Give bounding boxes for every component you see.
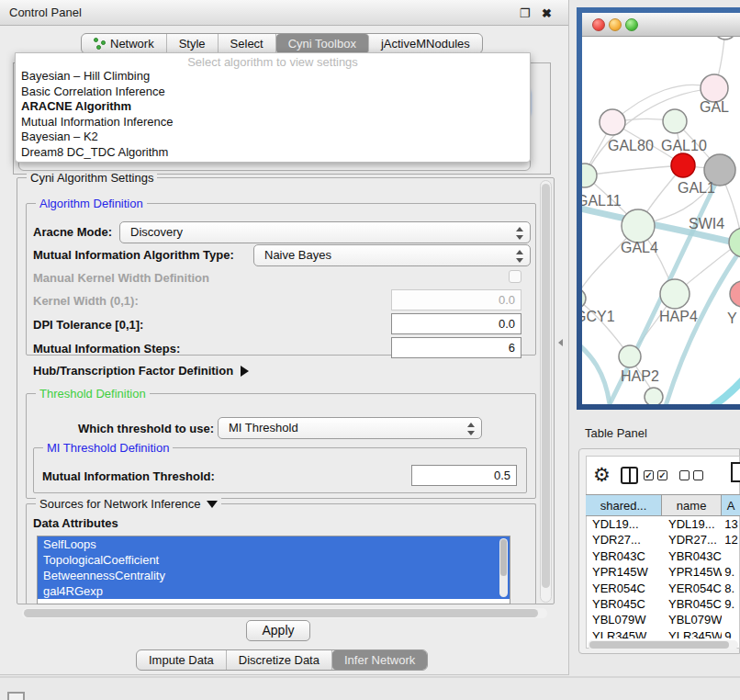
select-all-checkbox-icon[interactable]: ✓ [644, 470, 654, 480]
mi-threshold-field[interactable]: 0.5 [411, 465, 517, 486]
show-columns-icon[interactable] [621, 467, 638, 484]
panel-title: Control Panel [9, 6, 82, 19]
algorithm-option-aracne[interactable]: ARACNE Algorithm [16, 99, 530, 115]
label-gal-partial: GAL [700, 99, 729, 115]
node-gal1 [671, 153, 695, 177]
table-row[interactable]: YPR145WYPR145W9. [586, 564, 740, 580]
settings-vertical-scrollbar[interactable] [540, 180, 552, 603]
control-panel-titlebar: Control Panel ❐ ✖ [0, 0, 568, 26]
hub-definition-expander[interactable]: Hub/Transcription Factor Definition [33, 364, 249, 378]
algorithm-option-mutual-information[interactable]: Mutual Information Inference [16, 115, 530, 130]
tab-style[interactable]: Style [167, 34, 219, 53]
network-window-titlebar[interactable] [582, 13, 740, 37]
table-header-row: shared... name A [586, 494, 740, 516]
tab-jactivemnodules[interactable]: jActiveMNodules [369, 34, 482, 53]
table-row[interactable]: YDR27...YDR27...12 [586, 532, 740, 548]
attribute-item-selfloops[interactable]: SelfLoops [38, 536, 510, 552]
threshold-definition-title: Threshold Definition [36, 387, 150, 401]
minimize-window-icon[interactable] [609, 18, 622, 31]
algorithm-option-bayesian-k2[interactable]: Bayesian – K2 [16, 130, 530, 145]
label-gal80: GAL80 [608, 138, 654, 153]
split-pane-collapse-arrow-icon[interactable] [558, 339, 563, 346]
mi-type-label: Mutual Information Algorithm Type: [33, 248, 234, 262]
attribute-item-gal4rgexp[interactable]: gal4RGexp [38, 583, 510, 599]
kernel-width-label: Kernel Width (0,1): [33, 294, 139, 308]
table-row[interactable]: YER054CYER054C8. [586, 581, 740, 596]
tab-discretize-data[interactable]: Discretize Data [227, 650, 332, 670]
table-row[interactable]: YDL19...YDL19...13 [586, 516, 740, 532]
aracne-mode-combo[interactable]: Discovery [119, 221, 531, 243]
combo-stepper-icon [466, 422, 475, 436]
control-panel: Control Panel ❐ ✖ Network Style Select C… [0, 0, 569, 675]
tab-cyni-toolbox[interactable]: Cyni Toolbox [276, 34, 369, 53]
network-icon [94, 38, 106, 50]
deselect-all-checkbox-icon[interactable] [693, 470, 703, 480]
node-y-partial [730, 281, 740, 307]
node-hap4 [660, 279, 690, 309]
combo-stepper-icon [515, 249, 523, 264]
manual-kernel-checkbox[interactable] [509, 270, 521, 283]
deselect-all-checkbox-icon[interactable] [679, 470, 690, 480]
mi-threshold-label: Mutual Information Threshold: [42, 469, 215, 483]
node-gal80 [600, 109, 625, 135]
tab-network[interactable]: Network [82, 34, 167, 53]
panel-bottom-divider [0, 676, 740, 678]
column-header-name[interactable]: name [662, 495, 722, 515]
sources-title[interactable]: Sources for Network Inference [36, 497, 221, 511]
minimized-panel-icon[interactable] [7, 692, 25, 700]
node-gal-partial [701, 74, 728, 102]
column-header-shared-name[interactable]: shared... [586, 495, 662, 515]
network-view-canvas[interactable]: GAL GAL80 GAL10 GAL1 GAL11 SWI4 GAL4 GCY… [582, 37, 740, 404]
close-window-icon[interactable] [592, 18, 605, 31]
mi-steps-field[interactable]: 6 [391, 337, 521, 358]
label-hap2: HAP2 [621, 368, 659, 384]
table-horizontal-scrollbar[interactable] [588, 640, 738, 649]
algorithm-definition-title: Algorithm Definition [36, 197, 147, 210]
table-row[interactable]: YLR345WYLR345W9. [586, 628, 740, 638]
dropdown-placeholder: Select algorithm to view settings [16, 53, 530, 69]
column-header-partial[interactable]: A [722, 495, 740, 515]
dpi-tolerance-field[interactable]: 0.0 [391, 313, 521, 334]
network-graph: GAL GAL80 GAL10 GAL1 GAL11 SWI4 GAL4 GCY… [582, 37, 740, 404]
attribute-item-betweenness[interactable]: BetweennessCentrality [38, 568, 510, 583]
which-threshold-combo[interactable]: MI Threshold [218, 417, 482, 439]
settings-horizontal-scrollbar[interactable] [22, 608, 547, 618]
manual-kernel-label: Manual Kernel Width Definition [33, 271, 209, 285]
settings-group-title: Cyni Algorithm Settings [27, 171, 157, 185]
export-table-document-icon[interactable] [731, 462, 740, 482]
algorithm-option-bayesian-hill[interactable]: Bayesian – Hill Climbing [16, 69, 530, 85]
zoom-window-icon[interactable] [625, 18, 638, 31]
table-row[interactable]: YBL079WYBL079W [586, 612, 740, 627]
tab-select[interactable]: Select [219, 34, 276, 53]
algorithm-option-basic-correlation[interactable]: Basic Correlation Inference [16, 85, 530, 100]
node-partial-top [714, 37, 736, 40]
attributes-scrollbar[interactable] [499, 538, 508, 597]
label-swi4: SWI4 [689, 216, 724, 231]
label-hap4: HAP4 [659, 309, 698, 324]
tab-impute-data[interactable]: Impute Data [137, 650, 227, 670]
bottom-tab-bar: Impute Data Discretize Data Infer Networ… [136, 649, 428, 671]
table-row[interactable]: YBR045CYBR045C9. [586, 596, 740, 612]
label-gal4: GAL4 [621, 240, 658, 255]
label-y-partial: Y [727, 310, 737, 326]
mi-steps-label: Mutual Information Steps: [33, 342, 180, 356]
tab-infer-network[interactable]: Infer Network [332, 650, 427, 670]
table-settings-gear-icon[interactable]: ⚙ [593, 464, 611, 486]
close-panel-icon[interactable]: ✖ [540, 6, 554, 20]
table-row[interactable]: YBR043CYBR043C [586, 548, 740, 564]
label-gcy1: GCY1 [582, 309, 615, 324]
algorithm-option-dream8[interactable]: Dream8 DC_TDC Algorithm [16, 145, 530, 161]
network-labels: GAL GAL80 GAL10 GAL1 GAL11 SWI4 GAL4 GCY… [582, 99, 737, 384]
label-gal11: GAL11 [582, 193, 622, 209]
node-gal10 [663, 109, 687, 133]
select-all-checkbox-icon[interactable]: ✓ [657, 470, 667, 480]
attribute-item-topological[interactable]: TopologicalCoefficient [38, 552, 510, 568]
node-gal4 [622, 209, 655, 243]
apply-button[interactable]: Apply [246, 620, 310, 641]
float-panel-icon[interactable]: ❐ [518, 6, 532, 20]
mi-type-combo[interactable]: Naive Bayes [253, 244, 531, 266]
node-partial-bottom [645, 388, 663, 404]
algorithm-dropdown-popup: Select algorithm to view settings Bayesi… [15, 52, 531, 163]
table-panel-title: Table Panel [585, 426, 647, 440]
kernel-width-field[interactable]: 0.0 [391, 289, 521, 310]
